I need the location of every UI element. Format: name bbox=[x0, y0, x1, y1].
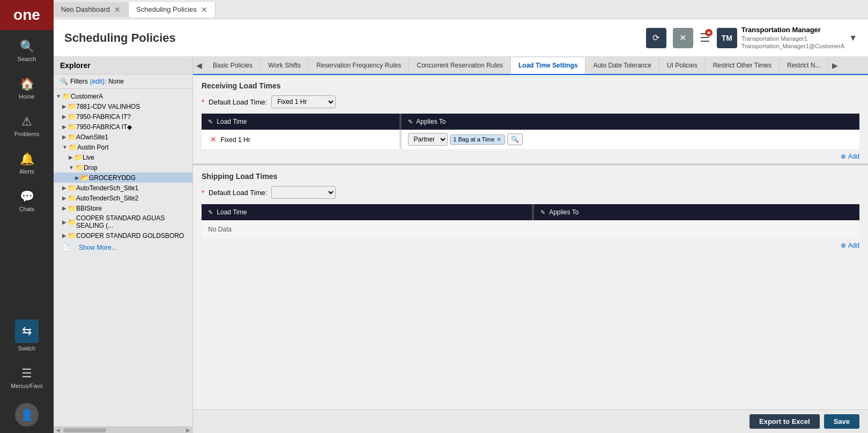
shipping-default-load-select[interactable] bbox=[271, 186, 336, 199]
receiving-delete-button[interactable]: ✕ bbox=[208, 135, 219, 144]
close-button[interactable]: ✕ bbox=[673, 28, 693, 48]
expand-icon: ▼ bbox=[62, 144, 68, 150]
scroll-left-arrow[interactable]: ◀ bbox=[54, 427, 62, 433]
receiving-default-load-row: * Default Load Time: Fixed 1 Hr bbox=[202, 95, 859, 108]
shipping-no-data-cell: No Data bbox=[202, 220, 859, 238]
sidebar-item-search[interactable]: 🔍 Search bbox=[0, 32, 54, 70]
save-button[interactable]: Save bbox=[824, 414, 859, 429]
tree-item-live[interactable]: ▶ 📁 Live bbox=[54, 152, 192, 162]
folder-icon: 📁 bbox=[68, 204, 76, 212]
tab-close-scheduling[interactable]: ✕ bbox=[201, 5, 207, 14]
sidebar-item-problems[interactable]: ⚠ Problems bbox=[0, 107, 54, 145]
sidebar-item-home[interactable]: 🏠 Home bbox=[0, 70, 54, 107]
main-content: Neo Dashboard ✕ Scheduling Policies ✕ Sc… bbox=[54, 0, 868, 433]
folder-icon: 📁 bbox=[68, 102, 76, 110]
tab-basic-policies[interactable]: Basic Policies bbox=[205, 57, 261, 73]
tree-item-cooper-goldsboro[interactable]: ▶ 📁 COOPER STANDARD GOLDSBORO bbox=[54, 230, 192, 241]
shipping-default-load-label: Default Load Time: bbox=[209, 189, 267, 197]
tree-item-7950b[interactable]: ▶ 📁 7950-FABRICA IT◆ bbox=[54, 122, 192, 132]
sidebar-item-alerts[interactable]: 🔔 Alerts bbox=[0, 145, 54, 182]
scrollbar-track bbox=[63, 428, 183, 432]
expand-icon: ▶ bbox=[62, 185, 66, 191]
user-avatar: TM bbox=[717, 28, 737, 48]
expand-icon: ▶ bbox=[69, 154, 73, 160]
sidebar: one 🔍 Search 🏠 Home ⚠ Problems 🔔 Alerts … bbox=[0, 0, 54, 433]
tree-item-7881[interactable]: ▶ 📁 7881-CDV VALINHOS bbox=[54, 101, 192, 111]
explorer-filter: 🔍 Filters (edit): None bbox=[54, 74, 192, 89]
receiving-table-row: ✕ Fixed 1 Hr Partner bbox=[202, 130, 859, 150]
sidebar-item-chats[interactable]: 💬 Chats bbox=[0, 182, 54, 220]
search-icon: 🔍 bbox=[20, 40, 34, 54]
tab-restrict-other-times[interactable]: Restrict Other Times bbox=[706, 57, 780, 73]
tab-load-time-settings[interactable]: Load Time Settings bbox=[511, 57, 585, 74]
folder-icon: 📁 bbox=[68, 113, 76, 121]
applies-to-search-button[interactable]: 🔍 bbox=[507, 133, 523, 145]
expand-icon: ▶ bbox=[62, 114, 66, 120]
receiving-default-load-select[interactable]: Fixed 1 Hr bbox=[271, 95, 336, 108]
tree-item-autotender2[interactable]: ▶ 📁 AutoTenderSch_Site2 bbox=[54, 193, 192, 203]
sidebar-item-switch[interactable]: ⇆ Switch bbox=[0, 312, 54, 359]
tab-nav-right[interactable]: ▶ bbox=[829, 57, 841, 74]
explorer-title: Explorer bbox=[54, 57, 192, 74]
content-tabs: ◀ Basic Policies Work Shifts Reservation… bbox=[193, 57, 868, 75]
tab-work-shifts[interactable]: Work Shifts bbox=[261, 57, 309, 73]
scroll-right-arrow[interactable]: ▶ bbox=[184, 427, 192, 433]
shipping-section-title: Shipping Load Times bbox=[202, 172, 859, 181]
edit-icon-applies-to: ✎ bbox=[408, 118, 413, 125]
tab-scheduling-policies[interactable]: Scheduling Policies ✕ bbox=[129, 2, 216, 17]
tree-item-autotender1[interactable]: ▶ 📁 AutoTenderSch_Site1 bbox=[54, 183, 192, 193]
expand-icon: ▶ bbox=[62, 124, 66, 130]
user-avatar-sidebar[interactable]: 👤 bbox=[0, 397, 54, 433]
edit-icon-shipping-load: ✎ bbox=[208, 209, 213, 215]
applies-to-tag: 1 Bag at a Time ✕ bbox=[450, 135, 505, 145]
tab-reservation-frequency[interactable]: Reservation Frequency Rules bbox=[309, 57, 409, 73]
warning-icon: ⚠ bbox=[21, 115, 32, 129]
edit-icon-load-time: ✎ bbox=[208, 118, 213, 125]
tree-item-7950a[interactable]: ▶ 📁 7950-FABRICA IT? bbox=[54, 111, 192, 122]
tab-auto-date-tolerance[interactable]: Auto Date Tolerance bbox=[585, 57, 659, 73]
export-excel-button[interactable]: Export to Excel bbox=[750, 414, 820, 429]
tree-item-drop[interactable]: ▼ 📁 Drop bbox=[54, 162, 192, 173]
expand-icon: ▶ bbox=[62, 233, 66, 238]
tree-item-bbistore[interactable]: ▶ 📁 BBIStore bbox=[54, 203, 192, 213]
tab-nav-left[interactable]: ◀ bbox=[193, 57, 205, 74]
footer-bar: Export to Excel Save bbox=[193, 409, 868, 433]
expand-icon: ▼ bbox=[69, 165, 74, 170]
sidebar-item-menus[interactable]: ☰ Menus/Favs bbox=[0, 359, 54, 397]
tag-close-btn[interactable]: ✕ bbox=[496, 136, 501, 143]
folder-icon: 📁 bbox=[62, 92, 71, 100]
receiving-row-delete-cell: ✕ Fixed 1 Hr bbox=[202, 130, 399, 150]
shipping-load-table: ✎ Load Time ✎ Applies To bbox=[202, 204, 859, 238]
tree-item-show-more[interactable]: 📄 Show More... bbox=[54, 241, 192, 255]
folder-icon: 📁 bbox=[75, 163, 84, 171]
receiving-add-link[interactable]: ⊕ Add bbox=[193, 150, 868, 163]
shipping-table-header: ✎ Load Time ✎ Applies To bbox=[202, 204, 859, 220]
tab-ui-policies[interactable]: UI Policies bbox=[659, 57, 706, 73]
tab-restrict-n[interactable]: Restrict N... bbox=[780, 57, 829, 73]
applies-to-container: Partner 1 Bag at a Time ✕ 🔍 bbox=[408, 133, 853, 146]
tree-item-cooper-aguas[interactable]: ▶ 📁 COOPER STANDARD AGUAS SEALING (... bbox=[54, 213, 192, 230]
receiving-col-load-time: ✎ Load Time bbox=[202, 114, 399, 130]
tab-neo-dashboard[interactable]: Neo Dashboard ✕ bbox=[54, 2, 129, 17]
receiving-section: Receiving Load Times * Default Load Time… bbox=[193, 75, 868, 150]
expand-icon: ▼ bbox=[56, 93, 61, 99]
tree-item-customerA[interactable]: ▼ 📁 CustomerA bbox=[54, 91, 192, 101]
tree-item-groceryddg[interactable]: ▶ 📂 GROCERYDDG bbox=[54, 173, 192, 183]
shipping-add-link[interactable]: ⊕ Add bbox=[193, 238, 868, 252]
menu-button[interactable]: ☰ ★ bbox=[700, 31, 710, 45]
user-dropdown-arrow[interactable]: ▼ bbox=[849, 33, 857, 43]
expand-icon: ▶ bbox=[62, 219, 66, 225]
tree-item-aownsite1[interactable]: ▶ 📁 AOwnSite1 bbox=[54, 132, 192, 142]
filter-edit-link[interactable]: (edit): bbox=[90, 78, 107, 85]
tab-close-neo[interactable]: ✕ bbox=[114, 5, 121, 14]
receiving-default-load-label: Default Load Time: bbox=[209, 98, 267, 106]
partner-select[interactable]: Partner bbox=[408, 133, 448, 146]
body-area: Explorer 🔍 Filters (edit): None ▼ 📁 Cust… bbox=[54, 57, 868, 433]
horizontal-scrollbar[interactable]: ◀ ▶ bbox=[54, 427, 192, 433]
folder-icon: 📁 bbox=[68, 123, 76, 131]
refresh-button[interactable]: ⟳ bbox=[646, 28, 666, 48]
chat-icon: 💬 bbox=[20, 190, 34, 204]
tree-item-austin-port[interactable]: ▼ 📁 Austin Port bbox=[54, 142, 192, 152]
folder-icon: 📁 bbox=[68, 133, 76, 141]
tab-concurrent-reservation[interactable]: Concurrent Reservation Rules bbox=[409, 57, 511, 73]
